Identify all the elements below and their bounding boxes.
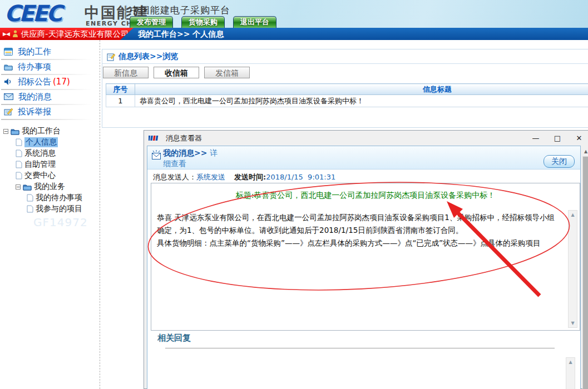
sidebar-item-my-work[interactable]: 我的工作 <box>4 46 100 58</box>
panel-title-row: 信息列表>>浏览 <box>102 49 588 64</box>
tree-node-system-messages[interactable]: 系统消息 <box>0 148 100 159</box>
send-time-label: 发送时间: <box>234 173 266 181</box>
message-paragraph: 具体货物明细：点主菜单的“货物采购”——》点左栏具体的采购方式——》点“已完成”… <box>157 237 561 250</box>
window-titlebar[interactable]: 消息查看器 — □ ✕ <box>144 131 588 146</box>
play-pause-icon: ▶◀ <box>3 31 9 37</box>
breadcrumb: 我的工作台>> 个人信息 <box>138 28 224 40</box>
message-section-header: 我的消息>> 详细查看 关闭 <box>147 146 580 169</box>
notepad-icon <box>107 53 115 61</box>
collapse-icon[interactable]: − <box>3 129 8 134</box>
folder-icon <box>23 183 32 191</box>
column-header-title: 信息标题 <box>135 84 588 95</box>
panel-title: 信息列表>>浏览 <box>118 52 178 62</box>
tree-node-label: 系统消息 <box>24 148 56 158</box>
divider <box>165 348 555 348</box>
tree-node-label: 个人信息 <box>24 137 58 147</box>
sidebar-item-label: 招标公告 <box>18 77 51 87</box>
reply-scrollbar[interactable]: ▲ <box>566 357 575 389</box>
nav-tab-goods[interactable]: 货物采购 <box>181 16 225 28</box>
folder-icon <box>11 128 19 135</box>
ceec-window-icon <box>149 134 159 142</box>
collapse-icon[interactable]: − <box>16 184 21 189</box>
sidebar-item-todo[interactable]: 待办事项 <box>4 61 100 73</box>
scroll-up-icon[interactable]: ▲ <box>569 211 577 219</box>
divider <box>1 89 92 90</box>
sidebar: 我的工作 待办事项 招标公告(17) 我的消息 <box>0 40 100 389</box>
close-button[interactable]: 关闭 <box>543 155 575 168</box>
send-time-value: 2018/1/15 9:01:31 <box>266 173 335 181</box>
message-body: 恭喜 天津远东泵业有限公司，在西北电建一公司孟加拉阿苏岗杰项目油泵设备采购项目1… <box>157 211 561 250</box>
table-row[interactable]: 1 恭喜贵公司，西北电建一公司孟加拉阿苏岗杰项目油泵设备采购中标！ <box>106 95 588 107</box>
unread-count-badge: (17) <box>53 77 70 87</box>
top-nav-tabs: 发布管理 货物采购 退出平台 <box>130 16 276 28</box>
scrollbar-thumb[interactable] <box>583 157 588 389</box>
section-title: 我的消息>> 详细查看 <box>163 148 223 169</box>
tree-node-workbench[interactable]: − 我的工作台 <box>0 126 100 137</box>
sidebar-item-label: 我的工作 <box>18 47 51 57</box>
scroll-up-icon[interactable]: ▲ <box>582 147 588 156</box>
window-icon <box>4 48 13 56</box>
message-paragraph: 恭喜 天津远东泵业有限公司，在西北电建一公司孟加拉阿苏岗杰项目油泵设备采购项目1… <box>157 211 561 237</box>
tree-node-personal-info[interactable]: 个人信息 <box>0 137 100 148</box>
tree-node-payment-center[interactable]: 交费中心 <box>0 170 100 181</box>
mail-icon <box>4 93 13 100</box>
watermark: GF14972 <box>33 216 88 229</box>
nav-tab-publish[interactable]: 发布管理 <box>130 16 173 28</box>
message-list-panel: 信息列表>>浏览 新信息 收信箱 发信箱 序号 信息标题 1 恭喜贵公司，西北电… <box>102 49 588 128</box>
tree-node-label: 我的工作台 <box>22 126 61 136</box>
minimize-button[interactable]: — <box>529 132 542 144</box>
sidebar-item-label: 我的消息 <box>18 92 52 102</box>
platform-title: 中国能建电子采购平台 <box>130 4 230 17</box>
divider <box>1 119 92 120</box>
tree-node-label: 我参与的项目 <box>36 204 82 214</box>
tab-outbox[interactable]: 发信箱 <box>204 67 250 78</box>
divider <box>1 59 92 60</box>
message-viewer-window: 消息查看器 — □ ✕ 我的消息>> 详细查看 关闭 消息发送人：系统发送发送时… <box>144 130 588 389</box>
sidebar-item-label: 待办事项 <box>18 62 51 72</box>
table-header-row: 序号 信息标题 <box>106 84 588 95</box>
status-bar: ▶◀ 供应商-天津远东泵业有限公司 我的工作台>> 个人信息 <box>0 28 588 40</box>
ceec-logo: CEEC <box>4 1 61 26</box>
scroll-up-icon[interactable]: ▲ <box>566 358 575 366</box>
supplier-banner: ▶◀ 供应商-天津远东泵业有限公司 <box>0 28 134 40</box>
tree-node-my-projects[interactable]: 我参与的项目 <box>0 203 100 215</box>
window-scrollbar[interactable]: ▲ <box>582 147 588 389</box>
row-title-cell[interactable]: 恭喜贵公司，西北电建一公司孟加拉阿苏岗杰项目油泵设备采购中标！ <box>135 95 588 107</box>
close-window-button[interactable]: ✕ <box>572 132 586 144</box>
top-banner: CEEC 中国能建 ENERGY CHINA 中国能建电子采购平台 发布管理 货… <box>0 0 588 28</box>
pen-icon <box>4 108 13 116</box>
message-scrollbar[interactable]: ▲ ▼ <box>568 210 577 328</box>
tab-inbox[interactable]: 收信箱 <box>154 67 199 78</box>
tree-node-self-service[interactable]: 自助管理 <box>0 159 100 170</box>
sender-info-row: 消息发送人：系统发送发送时间:2018/1/15 9:01:31 <box>153 172 335 182</box>
maximize-button[interactable]: □ <box>551 132 564 144</box>
sidebar-item-my-messages[interactable]: 我的消息 <box>4 91 100 103</box>
nav-tab-exit[interactable]: 退出平台 <box>233 16 276 28</box>
speaker-icon <box>4 78 13 86</box>
message-viewer-content: 我的消息>> 详细查看 关闭 消息发送人：系统发送发送时间:2018/1/15 … <box>147 146 581 389</box>
related-replies-title: 相关回复 <box>157 333 191 343</box>
message-table: 序号 信息标题 1 恭喜贵公司，西北电建一公司孟加拉阿苏岗杰项目油泵设备采购中标… <box>106 83 588 107</box>
tab-new-messages[interactable]: 新信息 <box>103 67 149 78</box>
tree-node-my-todo[interactable]: 我的待办事项 <box>0 192 100 203</box>
message-title: 标题:恭喜贵公司，西北电建一公司孟加拉阿苏岗杰项目油泵设备采购中标！ <box>151 191 580 201</box>
section-title-main: 我的消息>> <box>163 148 210 157</box>
sender-value: 系统发送 <box>196 173 225 181</box>
divider <box>126 4 126 24</box>
window-title: 消息查看器 <box>166 133 202 143</box>
file-icon <box>16 149 22 157</box>
mail-open-icon <box>151 150 163 160</box>
sidebar-item-complaint[interactable]: 投诉举报 <box>4 106 100 118</box>
row-number-cell: 1 <box>106 95 135 107</box>
tree-node-my-business[interactable]: − 我的业务 <box>0 181 100 192</box>
scroll-down-icon[interactable]: ▼ <box>569 319 577 327</box>
app-screen: CEEC 中国能建 ENERGY CHINA 中国能建电子采购平台 发布管理 货… <box>0 0 588 389</box>
divider <box>1 74 92 75</box>
column-header-no: 序号 <box>106 84 135 95</box>
file-icon <box>16 161 22 168</box>
supplier-name: 供应商-天津远东泵业有限公司 <box>21 29 129 39</box>
message-content-box: 标题:恭喜贵公司，西北电建一公司孟加拉阿苏岗杰项目油泵设备采购中标！ 恭喜 天津… <box>151 183 580 331</box>
sidebar-item-tender-notice[interactable]: 招标公告(17) <box>4 76 100 88</box>
tree-node-label: 我的待办事项 <box>36 193 82 203</box>
person-icon <box>12 30 18 38</box>
